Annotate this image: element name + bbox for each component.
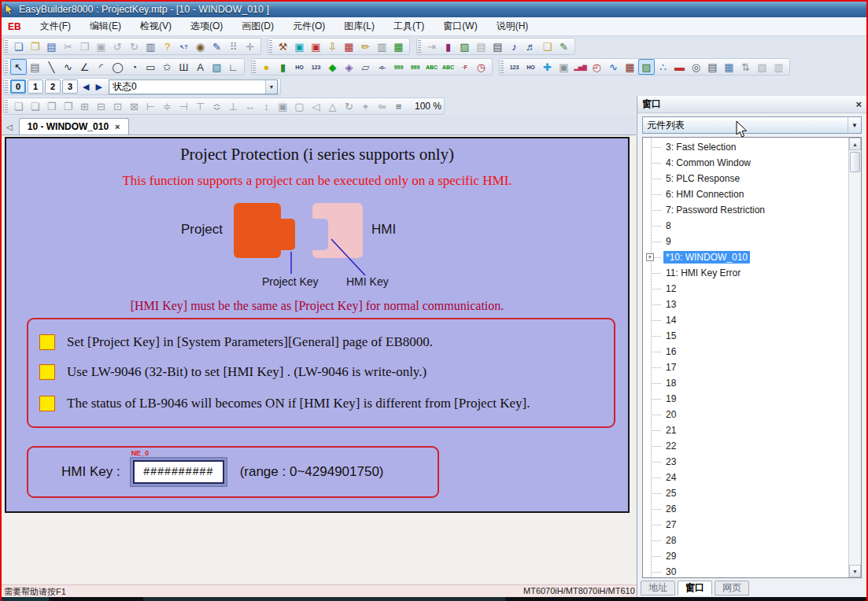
select-icon[interactable]: ↖	[10, 59, 27, 75]
popup-window-icon[interactable]: ▱	[357, 59, 374, 75]
numeric-input-icon[interactable]: 999	[407, 59, 423, 75]
sound-monitor-icon[interactable]: ♬	[523, 39, 539, 54]
set-bit-icon[interactable]: HO	[291, 59, 308, 75]
pie-icon[interactable]: ◔	[126, 59, 142, 75]
trend-display-icon[interactable]: ∿	[605, 59, 622, 75]
polyline-icon[interactable]: ∠	[76, 59, 93, 75]
document-tab[interactable]: 10 - WINDOW_010 ×	[19, 118, 129, 135]
timer-icon[interactable]: ◷	[473, 59, 489, 75]
prev-state-icon[interactable]: ◀	[79, 82, 92, 92]
window-list-item[interactable]: 23	[643, 454, 848, 470]
print-icon[interactable]: ▥	[142, 39, 159, 54]
panel-tab[interactable]: 窗口	[678, 581, 712, 595]
hmi-key-input[interactable]: NE_0 ##########	[130, 457, 227, 487]
indirect-window-icon[interactable]: 123	[506, 59, 523, 75]
panel-dropdown[interactable]: 元件列表 ▼	[642, 116, 862, 134]
label-library-icon[interactable]: ❑	[539, 39, 556, 54]
go-icon[interactable]: Go	[374, 98, 390, 114]
bezier-icon[interactable]: ∿	[60, 59, 76, 75]
window-list-item[interactable]: 18	[643, 375, 848, 391]
window-list-item[interactable]: 8	[643, 218, 848, 234]
menu-item[interactable]: 窗口(W)	[434, 17, 486, 35]
text-icon[interactable]: A	[192, 59, 209, 75]
toolbar-grip-icon[interactable]	[418, 40, 421, 53]
state-button[interactable]: 1	[28, 79, 43, 94]
save-file-icon[interactable]: ▤	[43, 39, 60, 54]
state-button[interactable]: 0	[10, 79, 26, 94]
meter-display-icon[interactable]: ◴	[589, 59, 605, 75]
window-list-item[interactable]: 22	[643, 438, 848, 454]
slider-icon[interactable]: -o-	[374, 59, 390, 75]
grid-icon[interactable]: ⠿	[225, 39, 242, 54]
find-icon[interactable]: ◉	[192, 39, 209, 54]
toolbar-grip-icon[interactable]	[5, 40, 8, 53]
arc-icon[interactable]: ◜	[93, 59, 109, 75]
new-file-icon[interactable]: ❏	[10, 39, 27, 54]
window-list-item[interactable]: 27	[643, 517, 848, 533]
data-transfer-icon[interactable]: ⇅	[737, 59, 754, 75]
move-shape-icon[interactable]: ✚	[539, 59, 556, 75]
address-tag-library-icon[interactable]: ✎	[556, 39, 572, 54]
word-lamp-icon[interactable]: ▮	[275, 59, 291, 75]
state-button[interactable]: 2	[45, 79, 61, 94]
snap-icon[interactable]: ✛	[242, 39, 258, 54]
online-simulation-icon[interactable]: ▣	[291, 39, 308, 54]
touch-key-icon[interactable]: ◈	[341, 59, 357, 75]
window-list-item[interactable]: 4: Common Window	[643, 155, 848, 171]
menu-item[interactable]: 图库(L)	[334, 17, 384, 35]
menu-item[interactable]: 工具(T)	[384, 17, 434, 35]
chevron-down-icon[interactable]: ▼	[848, 117, 861, 133]
window-list-item[interactable]: 15	[643, 328, 848, 344]
next-state-icon[interactable]: ▶	[92, 82, 105, 92]
recipe-csv-icon[interactable]: ▥	[374, 39, 390, 54]
circle-icon[interactable]: ◯	[109, 59, 126, 75]
toolbar-grip-icon[interactable]	[269, 40, 272, 53]
sound-library-icon[interactable]: ♪	[506, 39, 523, 54]
toolbar-grip-icon[interactable]	[500, 61, 504, 73]
pen-icon[interactable]: ✎	[209, 39, 225, 54]
toolbar-grip-icon[interactable]	[253, 61, 256, 73]
tree-scrollbar[interactable]: ▲ ▼	[848, 138, 861, 577]
history-table-icon[interactable]: ▦	[622, 59, 638, 75]
data-table-icon[interactable]: ▦	[390, 39, 407, 54]
window-list-item[interactable]: 20	[643, 407, 848, 422]
scale-icon[interactable]: Ш	[175, 59, 192, 75]
menu-item[interactable]: 说明(H)	[487, 17, 538, 35]
tab-scroll-left-icon[interactable]: ◁	[2, 123, 19, 135]
picture-icon[interactable]: ▧	[209, 59, 225, 75]
rectangle-icon[interactable]: ▭	[142, 59, 159, 75]
menu-item[interactable]: 编辑(E)	[80, 17, 131, 35]
toolbar-grip-icon[interactable]	[5, 100, 8, 112]
state-button[interactable]: 3	[62, 79, 78, 94]
layer-list-icon[interactable]: ≡	[390, 98, 407, 114]
scroll-down-icon[interactable]: ▼	[849, 565, 861, 577]
menu-item[interactable]: 检视(V)	[131, 17, 181, 35]
window-list-item[interactable]: 25	[643, 485, 848, 501]
object-properties-icon[interactable]: ▤	[27, 59, 43, 75]
corner-icon[interactable]: ∟	[225, 59, 242, 75]
bit-lamp-icon[interactable]: ●	[258, 59, 275, 75]
context-help-icon[interactable]: ↖?	[175, 39, 192, 54]
menu-item[interactable]: 文件(F)	[31, 17, 80, 35]
window-list-item[interactable]: 28	[643, 533, 848, 548]
window-list-item[interactable]: 11: HMI Key Error	[643, 265, 848, 281]
alarm-bar-icon[interactable]: ▬	[671, 59, 688, 75]
panel-close-icon[interactable]: ×	[855, 98, 862, 110]
picture-library-icon[interactable]: ▨	[456, 39, 473, 54]
animation-icon[interactable]: ▣	[556, 59, 572, 75]
expand-icon[interactable]: +	[646, 253, 654, 261]
window-list-item[interactable]: 13	[643, 297, 848, 312]
window-list-item[interactable]: 3: Fast Selection	[643, 139, 848, 155]
panel-tab[interactable]: 网页	[715, 581, 749, 595]
ascii-input-icon[interactable]: ABC	[440, 59, 456, 75]
state-dropdown[interactable]: 状态0 ▼	[109, 79, 278, 94]
chevron-down-icon[interactable]: ▼	[265, 80, 277, 94]
scheduler-icon[interactable]: ▦	[721, 59, 737, 75]
scroll-up-icon[interactable]: ▲	[849, 138, 861, 150]
toolbar-grip-icon[interactable]	[5, 61, 8, 73]
picture-object-icon[interactable]: ▨	[638, 59, 655, 75]
window-list-item[interactable]: 12	[643, 281, 848, 297]
event-display-icon[interactable]: ▤	[704, 59, 721, 75]
toolbar-grip-icon[interactable]	[5, 80, 8, 93]
help-icon[interactable]: ?	[159, 39, 175, 54]
